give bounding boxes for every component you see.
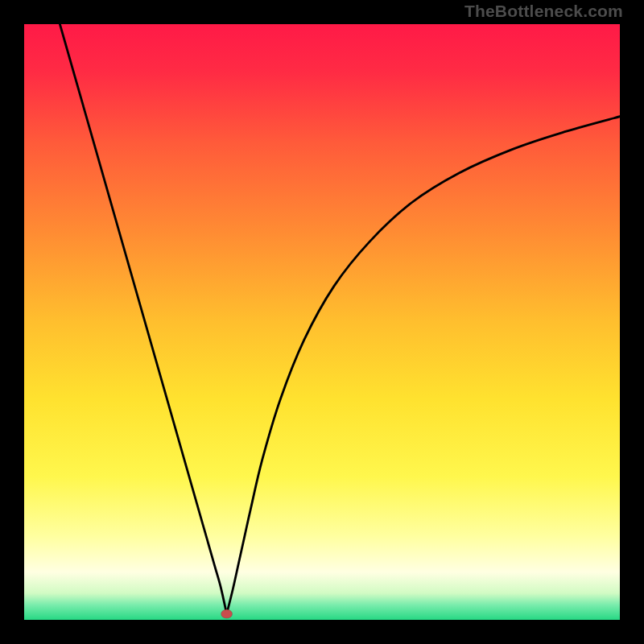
chart-background-gradient bbox=[24, 24, 620, 620]
minimum-marker bbox=[221, 609, 233, 618]
bottleneck-chart bbox=[24, 24, 620, 620]
outer-black-frame: TheBottleneck.com bbox=[0, 0, 644, 644]
plot-area bbox=[24, 24, 620, 620]
watermark-text: TheBottleneck.com bbox=[464, 2, 623, 21]
